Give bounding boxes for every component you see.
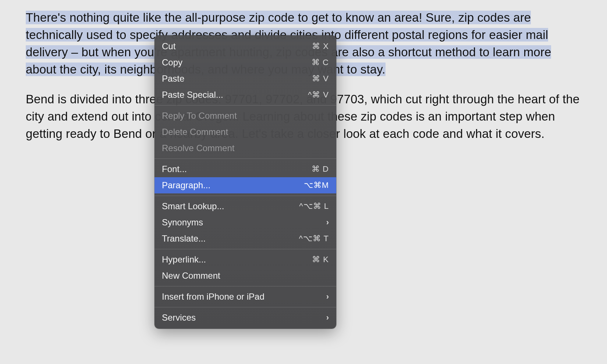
menu-item-copy[interactable]: Copy ⌘ C [155, 54, 336, 71]
menu-item-paste[interactable]: Paste ⌘ V [155, 71, 336, 87]
menu-label: Hyperlink... [162, 254, 206, 265]
menu-shortcut: ^⌥⌘ T [299, 234, 329, 243]
menu-shortcut: ⌘ X [312, 42, 329, 51]
document-area: There's nothing quite like the all-purpo… [0, 0, 607, 164]
menu-separator [155, 286, 336, 286]
menu-separator [155, 196, 336, 196]
menu-shortcut: ^⌘ V [308, 90, 329, 100]
menu-label: Paste [162, 74, 184, 84]
menu-label: Copy [162, 57, 182, 68]
menu-label: Paragraph... [162, 180, 210, 190]
menu-label: Delete Comment [162, 127, 228, 137]
menu-separator [155, 158, 336, 159]
menu-item-services[interactable]: Services › [155, 310, 336, 326]
menu-item-paragraph[interactable]: Paragraph... ⌥⌘M [155, 177, 336, 193]
menu-label: Translate... [162, 233, 206, 244]
chevron-right-icon: › [326, 218, 329, 227]
menu-item-paste-special[interactable]: Paste Special... ^⌘ V [155, 87, 336, 103]
menu-item-cut[interactable]: Cut ⌘ X [155, 38, 336, 54]
menu-shortcut: ⌘ C [312, 58, 329, 67]
menu-label: Smart Lookup... [162, 201, 224, 211]
menu-shortcut: ⌘ K [312, 255, 329, 264]
menu-shortcut: ⌥⌘M [304, 181, 329, 190]
menu-label: New Comment [162, 271, 220, 281]
menu-label: Reply To Comment [162, 111, 237, 121]
menu-label: Cut [162, 41, 175, 51]
menu-separator [155, 307, 336, 307]
menu-item-synonyms[interactable]: Synonyms › [155, 214, 336, 231]
menu-label: Synonyms [162, 217, 203, 228]
menu-item-new-comment[interactable]: New Comment [155, 268, 336, 284]
menu-label: Insert from iPhone or iPad [162, 292, 265, 302]
menu-item-insert-from-device[interactable]: Insert from iPhone or iPad › [155, 289, 336, 305]
menu-item-reply-comment: Reply To Comment [155, 108, 336, 124]
context-menu[interactable]: Cut ⌘ X Copy ⌘ C Paste ⌘ V Paste Special… [155, 35, 336, 329]
menu-separator [155, 249, 336, 249]
menu-separator [155, 105, 336, 106]
menu-shortcut: ^⌥⌘ L [299, 201, 329, 211]
chevron-right-icon: › [326, 313, 329, 322]
menu-label: Resolve Comment [162, 143, 234, 153]
menu-shortcut: ⌘ V [312, 74, 329, 83]
chevron-right-icon: › [326, 292, 329, 301]
menu-item-font[interactable]: Font... ⌘ D [155, 161, 336, 177]
menu-label: Services [162, 313, 196, 323]
menu-item-hyperlink[interactable]: Hyperlink... ⌘ K [155, 251, 336, 268]
menu-label: Font... [162, 164, 187, 174]
menu-item-smart-lookup[interactable]: Smart Lookup... ^⌥⌘ L [155, 198, 336, 214]
menu-shortcut: ⌘ D [312, 164, 329, 174]
menu-item-translate[interactable]: Translate... ^⌥⌘ T [155, 231, 336, 247]
menu-item-delete-comment: Delete Comment [155, 124, 336, 140]
menu-item-resolve-comment: Resolve Comment [155, 140, 336, 156]
menu-label: Paste Special... [162, 90, 223, 100]
